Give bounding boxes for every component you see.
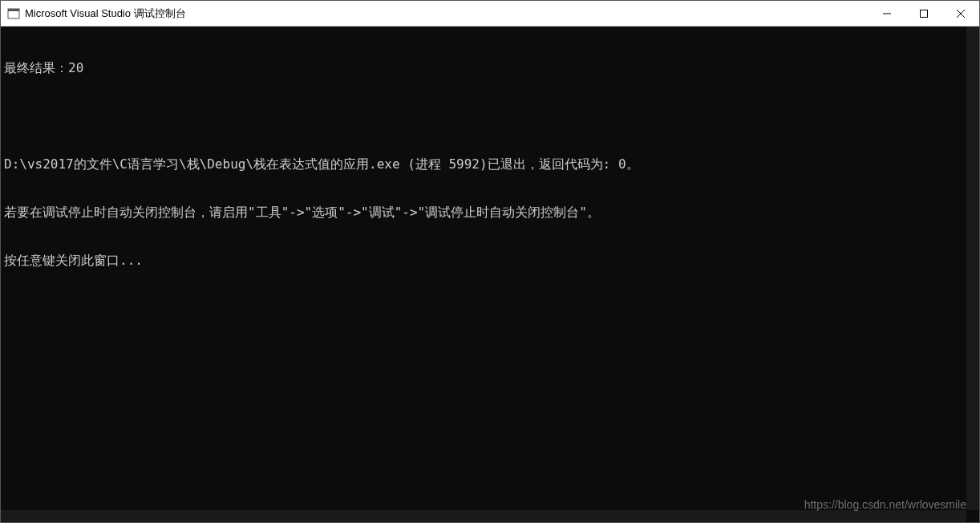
close-button[interactable] [942,1,979,26]
minimize-button[interactable] [869,1,905,26]
window-title: Microsoft Visual Studio 调试控制台 [25,6,869,21]
output-line: 按任意键关闭此窗口... [4,253,976,269]
vertical-scrollbar[interactable] [966,26,979,510]
output-line: D:\vs2017的文件\C语言学习\栈\Debug\栈在表达式值的应用.exe… [4,156,976,172]
output-line: 若要在调试停止时自动关闭控制台，请启用"工具"->"选项"->"调试"->"调试… [4,205,976,221]
console-window: Microsoft Visual Studio 调试控制台 最终结果：20 D:… [0,0,980,523]
console-output[interactable]: 最终结果：20 D:\vs2017的文件\C语言学习\栈\Debug\栈在表达式… [1,26,979,522]
watermark-text: https://blog.csdn.net/wrlovesmile [804,497,966,513]
output-line: 最终结果：20 [4,60,976,76]
console-icon [7,7,20,20]
svg-rect-3 [921,10,928,17]
output-line [4,108,976,124]
title-bar[interactable]: Microsoft Visual Studio 调试控制台 [1,1,979,26]
svg-rect-1 [8,9,19,11]
maximize-button[interactable] [905,1,942,26]
window-controls [869,1,979,26]
